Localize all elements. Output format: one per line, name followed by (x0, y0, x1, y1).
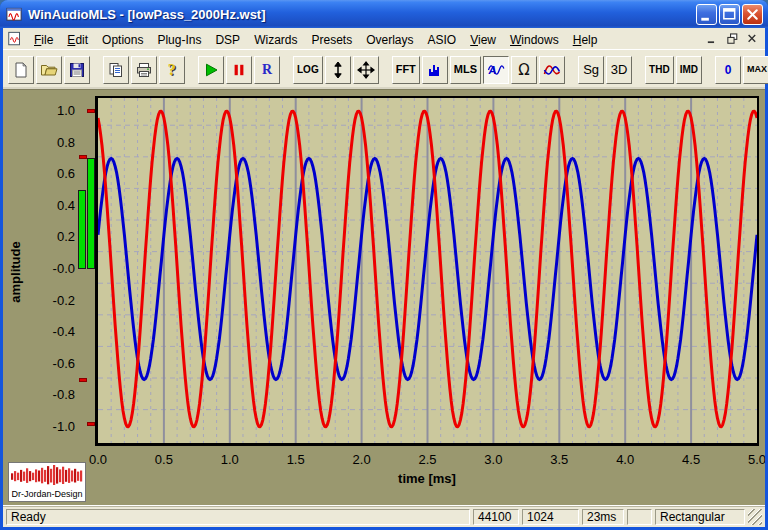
toolbar-mls-label: MLS (454, 64, 477, 75)
menu-options[interactable]: Options (95, 31, 150, 49)
vendor-logo-text: Dr-Jordan-Design (11, 489, 82, 500)
window-body: FileEditOptionsPlug-InsDSPWizardsPresets… (3, 28, 765, 527)
menu-dsp[interactable]: DSP (208, 31, 247, 49)
x-tick-2.5: 2.5 (410, 452, 446, 468)
status-panel-3: 23ms (582, 509, 624, 525)
app-window: WinAudioMLS - [lowPass_2000Hz.wst] FileE… (0, 0, 768, 530)
x-tick-0.5: 0.5 (146, 452, 182, 468)
level-meter-bar-2 (87, 158, 95, 269)
status-panel-5: Rectangular (655, 509, 745, 525)
title-bar[interactable]: WinAudioMLS - [lowPass_2000Hz.wst] (0, 0, 768, 28)
mdi-restore-button[interactable] (723, 31, 741, 46)
play-icon (202, 61, 220, 79)
toolbar-pause-button[interactable] (226, 56, 252, 84)
toolbar-log-label: LOG (297, 65, 319, 75)
toolbar-max-button[interactable]: MAX (743, 56, 768, 84)
toolbar-zoom-vertical-button[interactable] (325, 56, 351, 84)
mdi-close-button[interactable] (743, 31, 761, 46)
menu-items: FileEditOptionsPlug-InsDSPWizardsPresets… (27, 30, 604, 48)
transfer-icon (543, 61, 561, 79)
floppy-icon (68, 61, 86, 79)
maximize-button[interactable] (719, 4, 740, 25)
minimize-button[interactable] (696, 4, 717, 25)
peak-hold-mark (79, 155, 87, 159)
menu-windows[interactable]: Windows (503, 31, 566, 49)
x-tick-2.0: 2.0 (344, 452, 380, 468)
y-axis-title: amplitude (8, 192, 24, 352)
menu-edit[interactable]: Edit (60, 31, 95, 49)
y-tick-0.4: 0.4 (31, 198, 75, 214)
omega-icon: Ω (515, 61, 533, 79)
x-tick-3.5: 3.5 (541, 452, 577, 468)
toolbar-record-button[interactable]: R (254, 56, 280, 84)
toolbar-fft-button[interactable]: FFT (392, 56, 420, 84)
menu-presets[interactable]: Presets (304, 31, 359, 49)
status-panel-1: 44100 (473, 509, 519, 525)
toolbar-sg-label: Sg (583, 63, 599, 76)
toolbar-copy-button[interactable] (103, 56, 129, 84)
menu-file[interactable]: File (27, 31, 60, 49)
page-icon (12, 61, 30, 79)
menu-overlays[interactable]: Overlays (359, 31, 420, 49)
toolbar-log-button[interactable]: LOG (293, 56, 323, 84)
x-tick-4.0: 4.0 (607, 452, 643, 468)
toolbar-zero-button[interactable]: 0 (715, 56, 741, 84)
app-icon (6, 6, 23, 23)
toolbar-record-label: R (262, 63, 272, 77)
peak-hold-mark (79, 378, 87, 382)
toolbar-play-button[interactable] (198, 56, 224, 84)
menu-plug-ins[interactable]: Plug-Ins (150, 31, 208, 49)
resize-grip[interactable] (748, 509, 762, 525)
menu-view[interactable]: View (463, 31, 503, 49)
menu-wizards[interactable]: Wizards (247, 31, 304, 49)
menu-asio[interactable]: ASIO (421, 31, 464, 49)
y-tick-0.2: 0.2 (31, 229, 75, 245)
status-panel-4 (627, 509, 652, 525)
spectrum-icon (426, 61, 444, 79)
toolbar-pan-button[interactable] (353, 56, 379, 84)
x-tick-5.0: 5.0 (739, 452, 765, 468)
scope-plot (95, 96, 759, 446)
toolbar-scope-button[interactable]: A (483, 56, 509, 84)
arrows-all-icon (357, 61, 375, 79)
logo-waveform-icon (10, 463, 84, 489)
x-tick-4.5: 4.5 (673, 452, 709, 468)
toolbar-sg-button[interactable]: Sg (578, 56, 604, 84)
toolbar-3d-button[interactable]: 3D (606, 56, 632, 84)
toolbar-impedance-button[interactable]: Ω (511, 56, 537, 84)
arrows-v-icon (329, 61, 347, 79)
scope-client-area: amplitude time [ms] Dr-Jordan-Design 1.0… (3, 89, 765, 505)
question-icon: ?? (163, 61, 181, 79)
x-tick-0.0: 0.0 (80, 452, 116, 468)
toolbar-mls-button[interactable]: MLS (450, 56, 481, 84)
toolbar-help-button[interactable]: ?? (159, 56, 185, 84)
menu-bar: FileEditOptionsPlug-InsDSPWizardsPresets… (3, 28, 765, 49)
folder-open-icon (40, 61, 58, 79)
status-message: Ready (6, 509, 470, 525)
toolbar-transfer-button[interactable] (539, 56, 565, 84)
y-tick-1.0: 1.0 (31, 103, 75, 119)
status-bar: Ready 44100102423msRectangular (3, 505, 765, 527)
y-tick-0.6: 0.6 (31, 166, 75, 182)
mdi-minimize-button[interactable] (703, 31, 721, 46)
menu-help[interactable]: Help (566, 31, 605, 49)
toolbar-thd-button[interactable]: THD (645, 56, 674, 84)
toolbar-max-label: MAX (747, 65, 767, 74)
toolbar-save-button[interactable] (64, 56, 90, 84)
toolbar-fft-label: FFT (396, 64, 416, 75)
copy-icon (107, 61, 125, 79)
y-tick--1.0: -1.0 (31, 419, 75, 435)
close-button[interactable] (742, 4, 763, 25)
toolbar-open-button[interactable] (36, 56, 62, 84)
peak-hold-mark (87, 109, 95, 113)
toolbar-3d-label: 3D (611, 63, 628, 76)
document-icon (7, 31, 23, 47)
toolbar-imd-button[interactable]: IMD (676, 56, 702, 84)
toolbar-spectrum-button[interactable] (422, 56, 448, 84)
y-tick-0.8: 0.8 (31, 135, 75, 151)
level-meter-bar-1 (78, 190, 86, 269)
toolbar-print-button[interactable] (131, 56, 157, 84)
toolbar-new-button[interactable] (8, 56, 34, 84)
window-title: WinAudioMLS - [lowPass_2000Hz.wst] (28, 7, 266, 22)
x-axis-title: time [ms] (347, 471, 507, 486)
